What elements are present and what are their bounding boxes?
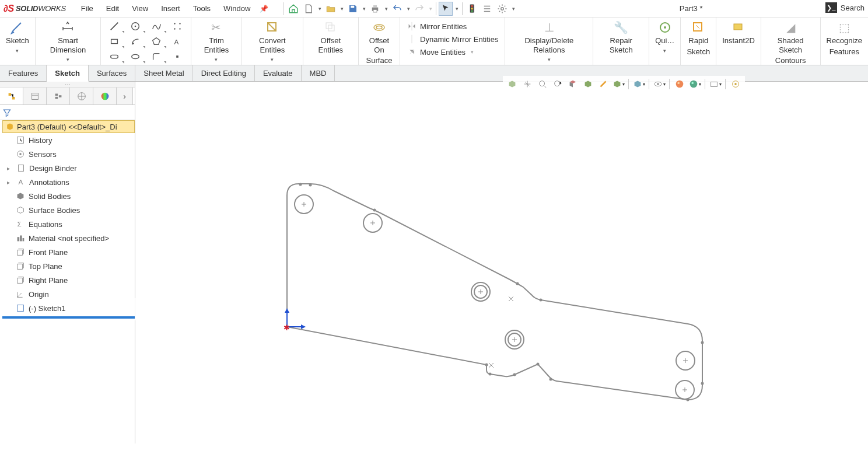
relations-dropdown[interactable]: ▾	[548, 57, 551, 62]
tree-sketch1[interactable]: (-) Sketch1	[2, 301, 135, 315]
list-button[interactable]	[480, 2, 494, 16]
undo-dropdown[interactable]: ▾	[405, 6, 411, 12]
save-dropdown[interactable]: ▾	[361, 6, 367, 12]
tree-design-binder[interactable]: ▸Design Binder	[2, 161, 135, 175]
spline-tool[interactable]	[146, 19, 166, 33]
graphics-area[interactable]: ▾ ▾ ▾ ▾ ▾	[135, 82, 868, 443]
shaded-contours-button[interactable]: ◢Shaded SketchContours	[765, 19, 817, 67]
filter-bar[interactable]	[0, 105, 135, 120]
feature-tree: Part3 (Default) <<Default>_Di History Se…	[0, 120, 135, 321]
trim-dropdown[interactable]: ▾	[215, 57, 218, 62]
configuration-tab[interactable]	[47, 88, 70, 104]
text-tool[interactable]: A	[167, 34, 187, 48]
dynamic-mirror-button[interactable]: Dynamic Mirror Entities	[405, 33, 499, 45]
slot-tool[interactable]	[104, 50, 124, 64]
offset-entities-button[interactable]: Offset Entities	[307, 19, 355, 55]
redo-dropdown[interactable]: ▾	[428, 6, 433, 12]
panel-tabs-more[interactable]: ›	[117, 88, 133, 104]
rollback-bar[interactable]	[2, 316, 135, 319]
tree-solid-bodies[interactable]: Solid Bodies	[2, 189, 135, 203]
select-dropdown[interactable]: ▾	[454, 6, 460, 12]
traffic-light-icon[interactable]: 🚦	[465, 2, 479, 16]
print-dropdown[interactable]: ▾	[383, 6, 389, 12]
quick-dropdown[interactable]: ▾	[663, 48, 666, 54]
menu-edit[interactable]: Edit	[100, 2, 125, 15]
feature-tree-tab[interactable]	[0, 88, 23, 104]
tab-sketch[interactable]: Sketch	[47, 65, 89, 82]
tree-annotations[interactable]: ▸AAnnotations	[2, 175, 135, 189]
appearance-tab[interactable]	[93, 88, 117, 104]
tree-right-plane[interactable]: Right Plane	[2, 273, 135, 287]
sketch-button[interactable]: Sketch	[4, 19, 32, 47]
svg-rect-29	[55, 93, 58, 96]
circle-tool[interactable]	[125, 19, 145, 33]
search-box[interactable]: ❯_ Search	[822, 1, 868, 14]
rectangle-tool[interactable]	[104, 34, 124, 48]
open-button[interactable]	[324, 2, 338, 16]
print-button[interactable]	[368, 2, 382, 16]
quick-snaps-button[interactable]: Qui…	[653, 19, 677, 47]
new-dropdown[interactable]: ▾	[317, 6, 323, 12]
open-dropdown[interactable]: ▾	[339, 6, 345, 12]
pin-icon[interactable]: 📌	[260, 5, 268, 13]
ribbon-group-sketch: Sketch ▾	[0, 18, 36, 65]
repair-sketch-button[interactable]: 🔧Repair Sketch	[597, 19, 645, 55]
panel-drag-handle[interactable]	[0, 82, 135, 88]
move-entities-button[interactable]: Move Entities▾	[405, 46, 499, 58]
mirror-entities-button[interactable]: Mirror Entities	[405, 20, 499, 32]
tree-history[interactable]: History	[2, 133, 135, 147]
menu-file[interactable]: File	[75, 2, 99, 15]
offset-on-surface-button[interactable]: Offset OnSurface	[362, 19, 397, 67]
tree-root-part[interactable]: Part3 (Default) <<Default>_Di	[2, 120, 135, 133]
recognize-features-button[interactable]: ⬚RecognizeFeatures	[824, 19, 864, 57]
settings-dropdown[interactable]: ▾	[510, 6, 516, 12]
display-delete-relations-button[interactable]: ⊥Display/Delete Relations	[509, 19, 589, 55]
document-title: Part3 *	[680, 4, 703, 13]
line-tool[interactable]	[104, 19, 124, 33]
sketch-dropdown[interactable]: ▾	[16, 48, 19, 54]
property-manager-tab[interactable]	[23, 88, 47, 104]
dimxpert-tab[interactable]	[70, 88, 93, 104]
tab-evaluate[interactable]: Evaluate	[255, 65, 302, 81]
tree-surface-bodies[interactable]: Surface Bodies	[2, 203, 135, 217]
search-label: Search	[841, 4, 864, 12]
save-button[interactable]	[346, 2, 360, 16]
settings-button[interactable]	[495, 2, 509, 16]
tree-top-plane[interactable]: Top Plane	[2, 259, 135, 273]
svg-rect-2	[373, 5, 377, 8]
trim-entities-button[interactable]: ✂Trim Entities	[195, 19, 238, 55]
menu-view[interactable]: View	[126, 2, 154, 15]
convert-dropdown[interactable]: ▾	[271, 57, 274, 62]
tab-sheet-metal[interactable]: Sheet Metal	[135, 65, 192, 81]
instant2d-button[interactable]: Instant2D	[720, 19, 757, 47]
tab-mbd[interactable]: MBD	[302, 65, 335, 81]
tree-origin[interactable]: Origin	[2, 287, 135, 301]
undo-button[interactable]	[390, 2, 404, 16]
menu-window[interactable]: Window	[218, 2, 256, 15]
home-button[interactable]	[286, 2, 300, 16]
tree-front-plane[interactable]: Front Plane	[2, 245, 135, 259]
new-button[interactable]	[302, 2, 316, 16]
point-grid-tool[interactable]	[167, 19, 187, 33]
arc-tool[interactable]	[125, 34, 145, 48]
polygon-tool[interactable]	[146, 34, 166, 48]
ellipse-tool[interactable]	[125, 50, 145, 64]
menu-insert[interactable]: Insert	[155, 2, 186, 15]
tab-surfaces[interactable]: Surfaces	[89, 65, 135, 81]
smart-dimension-button[interactable]: Smart Dimension	[39, 19, 97, 55]
menu-tools[interactable]: Tools	[187, 2, 216, 15]
tab-features[interactable]: Features	[0, 65, 47, 81]
tree-sensors[interactable]: Sensors	[2, 147, 135, 161]
select-button[interactable]	[439, 2, 453, 16]
tab-direct-editing[interactable]: Direct Editing	[193, 65, 255, 81]
rapid-sketch-button[interactable]: RapidSketch	[684, 19, 712, 57]
svg-rect-0	[351, 5, 355, 8]
convert-entities-button[interactable]: Convert Entities	[246, 19, 299, 55]
smart-dimension-dropdown[interactable]: ▾	[66, 57, 69, 62]
svg-rect-43	[20, 236, 22, 242]
redo-button[interactable]	[412, 2, 426, 16]
point-tool[interactable]	[167, 50, 187, 64]
tree-equations[interactable]: ΣEquations	[2, 217, 135, 231]
fillet-tool[interactable]	[146, 50, 166, 64]
tree-material[interactable]: Material <not specified>	[2, 231, 135, 245]
